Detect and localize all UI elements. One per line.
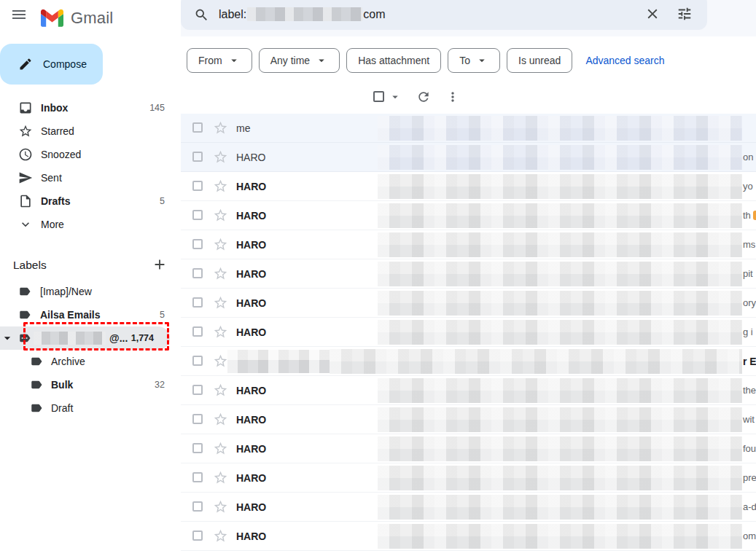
sidebar-item-snoozed[interactable]: Snoozed bbox=[0, 143, 181, 166]
sidebar-label-ailsa-emails[interactable]: Ailsa Emails 5 bbox=[0, 303, 181, 326]
sidebar-label-archive[interactable]: Archive bbox=[0, 350, 181, 373]
sidebar-labels: [Imap]/New Ailsa Emails 5 @... 1,774 Arc… bbox=[0, 280, 181, 420]
email-row[interactable]: r E bbox=[181, 347, 756, 376]
nav-label: Starred bbox=[41, 120, 74, 143]
star-icon[interactable] bbox=[213, 120, 228, 136]
close-icon[interactable] bbox=[644, 6, 660, 22]
email-row[interactable]: HARO pre bbox=[181, 463, 756, 493]
label-name: [Imap]/New bbox=[40, 280, 92, 303]
star-icon[interactable] bbox=[213, 237, 228, 252]
row-checkbox[interactable] bbox=[192, 385, 203, 395]
redacted-subject bbox=[378, 174, 742, 199]
filter-chip[interactable]: From bbox=[187, 48, 252, 73]
sidebar-item-inbox[interactable]: Inbox 145 bbox=[0, 96, 181, 120]
more-options-icon[interactable] bbox=[445, 90, 460, 104]
label-count: 1,774 bbox=[131, 326, 154, 350]
filter-chip[interactable]: To bbox=[448, 48, 500, 73]
search-input[interactable]: label:com bbox=[219, 7, 385, 21]
nav-count: 145 bbox=[149, 96, 165, 120]
sidebar-label-bulk[interactable]: Bulk 32 bbox=[0, 373, 181, 396]
email-row[interactable]: HARO th bbox=[181, 201, 756, 230]
star-icon[interactable] bbox=[213, 412, 228, 427]
nav-label: More bbox=[41, 213, 64, 236]
email-row[interactable]: HARO a-d bbox=[181, 493, 756, 522]
star-icon[interactable] bbox=[213, 383, 228, 398]
main-menu-icon[interactable] bbox=[10, 5, 29, 24]
redacted-subject bbox=[378, 232, 742, 257]
row-checkbox[interactable] bbox=[192, 239, 203, 249]
star-icon[interactable] bbox=[213, 208, 228, 223]
email-list: me HARO on HARO yo HARO bbox=[181, 114, 756, 551]
email-row[interactable]: HARO pit bbox=[181, 259, 756, 289]
row-checkbox[interactable] bbox=[192, 356, 203, 366]
sidebar-item-sent[interactable]: Sent bbox=[0, 166, 181, 189]
row-checkbox[interactable] bbox=[192, 501, 203, 512]
email-row[interactable]: HARO om bbox=[181, 522, 756, 551]
label-options-icon[interactable] bbox=[18, 332, 31, 345]
clock-icon bbox=[18, 147, 33, 162]
sender-name: HARO bbox=[236, 201, 266, 230]
row-checkbox[interactable] bbox=[192, 297, 203, 308]
search-options-icon[interactable] bbox=[677, 6, 693, 22]
compose-button[interactable]: Compose bbox=[0, 44, 103, 85]
star-icon[interactable] bbox=[213, 295, 228, 310]
star-icon[interactable] bbox=[213, 499, 228, 514]
star-icon[interactable] bbox=[213, 353, 228, 369]
row-checkbox[interactable] bbox=[192, 530, 203, 541]
row-checkbox[interactable] bbox=[192, 443, 203, 453]
sidebar-item-starred[interactable]: Starred bbox=[0, 120, 181, 143]
sidebar-label-imap-new[interactable]: [Imap]/New bbox=[0, 280, 181, 303]
filter-chip[interactable]: Any time bbox=[259, 48, 340, 73]
advanced-search-link[interactable]: Advanced search bbox=[585, 55, 664, 66]
redacted-subject bbox=[330, 349, 742, 374]
email-row[interactable]: HARO yo bbox=[181, 172, 756, 201]
chevron-down-icon bbox=[475, 54, 488, 67]
star-icon[interactable] bbox=[213, 266, 228, 281]
search-icon[interactable] bbox=[194, 7, 209, 23]
email-row[interactable]: HARO on bbox=[181, 143, 756, 172]
search-bar[interactable]: label:com bbox=[181, 0, 707, 30]
email-row[interactable]: HARO g i bbox=[181, 318, 756, 347]
email-row[interactable]: HARO fou bbox=[181, 434, 756, 463]
row-checkbox[interactable] bbox=[192, 181, 203, 191]
select-dropdown-icon[interactable] bbox=[389, 90, 402, 103]
row-checkbox[interactable] bbox=[192, 472, 203, 482]
row-checkbox[interactable] bbox=[192, 122, 203, 133]
row-checkbox[interactable] bbox=[192, 414, 203, 424]
add-label-icon[interactable] bbox=[152, 257, 168, 273]
app-title: Gmail bbox=[71, 9, 113, 28]
sidebar-label-draft[interactable]: Draft bbox=[0, 396, 181, 420]
star-icon[interactable] bbox=[213, 324, 228, 340]
snippet-fragment: th bbox=[743, 201, 756, 230]
email-row[interactable]: HARO the bbox=[181, 376, 756, 405]
row-checkbox[interactable] bbox=[192, 326, 203, 337]
select-all-checkbox[interactable] bbox=[373, 91, 384, 102]
email-row[interactable]: HARO ms bbox=[181, 230, 756, 259]
row-checkbox[interactable] bbox=[192, 268, 203, 278]
sidebar-item-more[interactable]: More bbox=[0, 213, 181, 236]
row-checkbox[interactable] bbox=[192, 210, 203, 220]
gmail-m-icon bbox=[41, 9, 63, 27]
filter-chip[interactable]: Has attachment bbox=[346, 48, 441, 73]
sidebar-item-drafts[interactable]: Drafts 5 bbox=[0, 189, 181, 213]
label-name: Archive bbox=[51, 350, 85, 373]
email-row[interactable]: HARO ory bbox=[181, 289, 756, 318]
filter-chip[interactable]: Is unread bbox=[507, 48, 572, 73]
refresh-icon[interactable] bbox=[416, 90, 431, 104]
star-icon[interactable] bbox=[213, 149, 228, 165]
star-icon[interactable] bbox=[213, 441, 228, 456]
star-icon[interactable] bbox=[213, 528, 228, 544]
sidebar-label-selected-redacted[interactable]: @... 1,774 bbox=[0, 326, 170, 350]
chip-label: From bbox=[198, 55, 222, 66]
star-icon[interactable] bbox=[213, 470, 228, 485]
label-icon bbox=[18, 308, 31, 321]
expand-chevron-icon[interactable] bbox=[0, 331, 15, 345]
snippet-fragment: fou bbox=[743, 434, 756, 463]
email-row[interactable]: me bbox=[181, 114, 756, 143]
label-icon bbox=[30, 355, 43, 368]
gmail-logo: Gmail bbox=[41, 9, 113, 28]
star-icon[interactable] bbox=[213, 179, 228, 194]
label-name: Draft bbox=[51, 396, 73, 420]
email-row[interactable]: HARO wit bbox=[181, 405, 756, 434]
row-checkbox[interactable] bbox=[192, 152, 203, 162]
